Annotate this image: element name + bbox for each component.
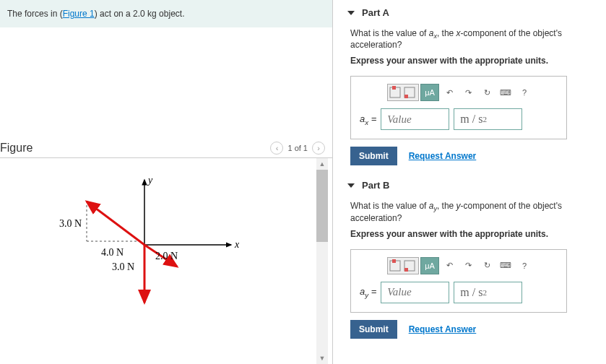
pager-prev-button[interactable]: ‹ [270,142,283,155]
svg-rect-14 [404,268,408,272]
problem-statement: The forces in (Figure 1) act on a 2.0 kg… [0,0,332,27]
caret-down-icon [347,183,355,188]
part-b-unit-input[interactable]: m / s2 [454,282,522,303]
part-a-unit-input[interactable]: m / s2 [454,108,522,130]
part-b-var-label: ay = [360,286,376,299]
units-button[interactable]: μA [420,84,439,101]
units-button[interactable]: μA [420,257,439,274]
part-a-question: What is the value of ax, the x-component… [350,28,606,50]
figure-link[interactable]: Figure 1 [63,9,95,19]
scroll-down-icon[interactable]: ▼ [316,352,328,364]
force-diagram: y x 3.0 N 4.0 N 2.0 N 3.0 N [29,173,260,317]
part-b-request-answer-link[interactable]: Request Answer [409,324,477,334]
force-4-label: 3.0 N [112,261,134,272]
pager-next-button[interactable]: › [312,142,325,155]
svg-rect-8 [392,86,396,90]
part-a-value-input[interactable] [381,108,449,130]
part-a-var-label: ax = [360,113,376,126]
part-b-instruction: Express your answer with the appropriate… [350,229,606,239]
keyboard-button[interactable]: ⌨ [497,84,514,101]
part-b-toolbar: μA ↶ ↷ ↻ ⌨ ? [387,257,558,274]
figure-canvas: y x 3.0 N 4.0 N 2.0 N 3.0 N ▲ ▼ [0,158,332,364]
part-b-question: What is the value of ay, the y-component… [350,201,606,222]
help-button[interactable]: ? [516,84,533,101]
svg-rect-12 [392,259,396,263]
caret-down-icon [347,11,355,15]
axis-x-label: x [234,239,240,250]
part-b-answer-box: μA ↶ ↷ ↻ ⌨ ? ay = m / s2 [350,249,567,313]
part-a-header[interactable]: Part A [347,7,606,18]
reset-button[interactable]: ↻ [478,84,495,101]
template-button[interactable] [387,84,419,101]
part-b-value-input[interactable] [381,282,449,303]
force-1-label: 3.0 N [59,218,82,229]
prompt-prefix: The forces in ( [7,9,63,19]
part-b-header[interactable]: Part B [347,180,606,191]
part-a-title: Part A [362,7,389,18]
part-a-submit-button[interactable]: Submit [350,147,397,165]
prompt-suffix: ) act on a 2.0 kg object. [95,9,185,19]
svg-rect-10 [404,95,408,98]
svg-line-4 [87,202,144,245]
keyboard-button[interactable]: ⌨ [497,257,514,274]
redo-button[interactable]: ↷ [459,257,477,274]
axis-y-label: y [147,175,153,186]
template-button[interactable] [387,257,419,274]
undo-button[interactable]: ↶ [441,84,458,101]
force-2-label: 4.0 N [101,247,124,258]
part-a-toolbar: μA ↶ ↷ ↻ ⌨ ? [387,84,558,101]
part-b-submit-button[interactable]: Submit [350,320,397,339]
figure-title: Figure [0,142,33,155]
figure-pager: ‹ 1 of 1 › [270,142,325,155]
pager-text: 1 of 1 [287,144,308,152]
part-a-answer-box: μA ↶ ↷ ↻ ⌨ ? ax = m / s2 [350,76,567,139]
figure-scrollbar[interactable]: ▲ ▼ [316,158,328,364]
reset-button[interactable]: ↻ [478,257,495,274]
force-3-label: 2.0 N [155,251,178,261]
redo-button[interactable]: ↷ [459,84,477,101]
part-b: Part B What is the value of ay, the y-co… [347,180,606,338]
part-a-instruction: Express your answer with the appropriate… [350,56,606,66]
scroll-up-icon[interactable]: ▲ [316,158,328,170]
undo-button[interactable]: ↶ [441,257,458,274]
part-a-request-answer-link[interactable]: Request Answer [409,151,477,161]
scroll-thumb[interactable] [316,170,328,242]
part-b-title: Part B [362,180,389,191]
part-a: Part A What is the value of ax, the x-co… [347,7,606,165]
help-button[interactable]: ? [516,257,533,274]
